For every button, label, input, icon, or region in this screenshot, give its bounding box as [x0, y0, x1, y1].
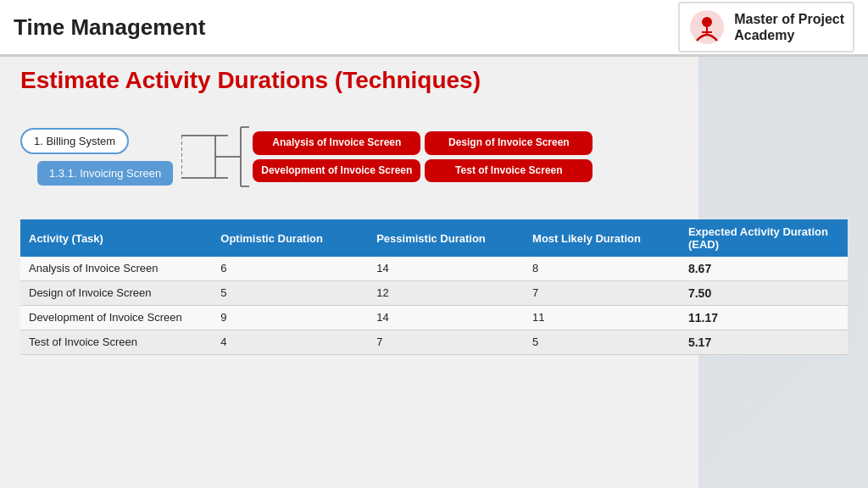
- task-grid: Analysis of Invoice Screen Design of Inv…: [253, 131, 593, 182]
- cell-optimistic: 4: [212, 330, 368, 355]
- cell-activity: Analysis of Invoice Screen: [20, 257, 212, 281]
- cell-optimistic: 5: [212, 281, 368, 306]
- table-body: Analysis of Invoice Screen61488.67Design…: [20, 257, 848, 355]
- cell-likely: 5: [524, 330, 680, 355]
- table-header-row: Activity (Task) Optimistic Duration Pess…: [20, 219, 848, 257]
- billing-node: 1. Billing System: [20, 128, 129, 154]
- table-row: Development of Invoice Screen9141111.17: [20, 306, 848, 330]
- cell-likely: 7: [524, 281, 680, 306]
- logo-text: Master of Project Academy: [734, 11, 844, 43]
- logo-area: Master of Project Academy: [678, 2, 854, 53]
- logo-icon: [688, 8, 726, 46]
- diagram-left: 1. Billing System 1.3.1. Invoicing Scree…: [20, 128, 173, 186]
- cell-likely: 8: [524, 257, 680, 281]
- cell-pessimistic: 7: [368, 330, 524, 355]
- duration-table: Activity (Task) Optimistic Duration Pess…: [20, 219, 848, 355]
- cell-ead: 5.17: [680, 330, 848, 355]
- cell-activity: Design of Invoice Screen: [20, 281, 212, 306]
- cell-pessimistic: 14: [368, 257, 524, 281]
- cell-likely: 11: [524, 306, 680, 330]
- slide: Time Management Master of Project Academ…: [0, 0, 868, 488]
- th-optimistic: Optimistic Duration: [212, 219, 368, 257]
- cell-ead: 8.67: [680, 257, 848, 281]
- cell-optimistic: 6: [212, 257, 368, 281]
- content: Estimate Activity Durations (Techniques)…: [0, 57, 868, 365]
- diagram-area: 1. Billing System 1.3.1. Invoicing Scree…: [20, 106, 848, 208]
- task-box-1: Design of Invoice Screen: [425, 131, 593, 155]
- th-likely: Most Likely Duration: [524, 219, 680, 257]
- th-ead: Expected Activity Duration (EAD): [680, 219, 848, 257]
- header: Time Management Master of Project Academ…: [0, 0, 868, 57]
- table-row: Design of Invoice Screen51277.50: [20, 281, 848, 306]
- cell-activity: Test of Invoice Screen: [20, 330, 212, 355]
- cell-ead: 11.17: [680, 306, 848, 330]
- cell-ead: 7.50: [680, 281, 848, 306]
- svg-point-1: [702, 17, 712, 27]
- cell-activity: Development of Invoice Screen: [20, 306, 212, 330]
- page-title: Time Management: [14, 14, 205, 41]
- cell-optimistic: 9: [212, 306, 368, 330]
- th-pessimistic: Pessimistic Duration: [368, 219, 524, 257]
- cell-pessimistic: 14: [368, 306, 524, 330]
- section-title: Estimate Activity Durations (Techniques): [20, 67, 848, 94]
- task-box-0: Analysis of Invoice Screen: [253, 131, 420, 155]
- table-row: Analysis of Invoice Screen61488.67: [20, 257, 848, 281]
- connector-svg: [181, 110, 249, 203]
- task-box-3: Test of Invoice Screen: [425, 159, 593, 183]
- cell-pessimistic: 12: [368, 281, 524, 306]
- task-box-2: Development of Invoice Screen: [253, 159, 420, 183]
- th-activity: Activity (Task): [20, 219, 212, 257]
- invoicing-node: 1.3.1. Invoicing Screen: [37, 161, 173, 186]
- table-row: Test of Invoice Screen4755.17: [20, 330, 848, 355]
